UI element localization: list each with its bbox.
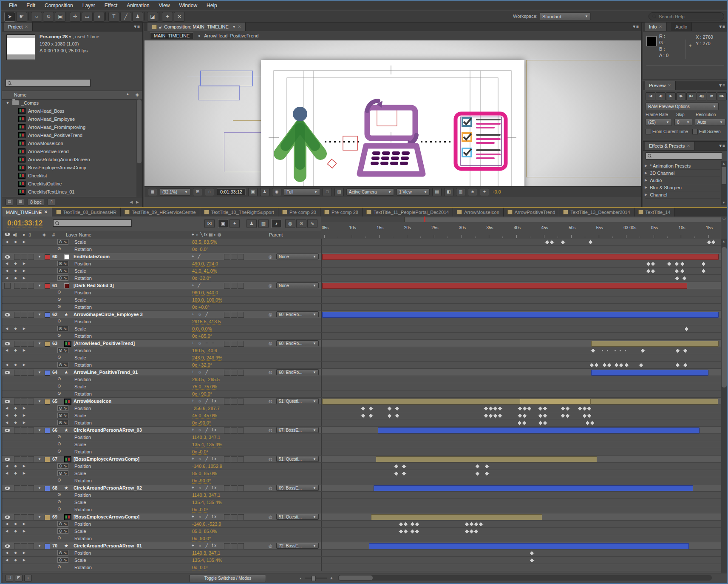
property-name[interactable]: Position — [74, 377, 91, 382]
disclosure-icon[interactable]: ▼ — [38, 370, 41, 374]
property-name[interactable]: Rotation — [74, 420, 92, 425]
zoom-in-icon[interactable]: ▲ — [329, 575, 334, 580]
property-name[interactable]: Scale — [74, 471, 86, 476]
keyframe-icon[interactable] — [368, 413, 374, 419]
keyframe-icon[interactable] — [394, 406, 400, 411]
keyframe-icon[interactable] — [497, 413, 503, 419]
sort-arrow-icon[interactable]: ▲ — [126, 92, 130, 96]
parent-dropdown[interactable]: 60. EndRo...▼ — [276, 369, 319, 375]
effects-category-row[interactable]: ▶Audio — [645, 177, 720, 184]
pickwhip-icon[interactable]: ◎ — [269, 399, 272, 404]
menu-help[interactable]: Help — [203, 2, 221, 9]
property-value[interactable]: 100.0, 100.0% — [192, 297, 222, 303]
stopwatch-icon[interactable]: ⊙ ∿ — [57, 550, 68, 556]
eye-icon[interactable] — [5, 400, 10, 403]
effects-category-row[interactable]: ▶Blur & Sharpen — [645, 184, 720, 191]
region-of-interest-icon[interactable]: □ — [323, 188, 332, 196]
roving-keyframe-dot[interactable] — [615, 350, 616, 351]
property-name[interactable]: Scale — [74, 442, 86, 447]
keyframe-icon[interactable] — [565, 406, 570, 411]
panel-menu-icon[interactable]: ▼≡ — [718, 83, 725, 88]
effects-category-row[interactable]: ▶* Animation Presets — [645, 162, 720, 170]
keyframe-icon[interactable] — [666, 261, 672, 267]
eye-icon[interactable] — [5, 371, 10, 374]
draft-3d-icon[interactable]: ✦ — [229, 219, 240, 228]
label-color-chip[interactable] — [45, 341, 50, 347]
stopwatch-icon[interactable]: ⊙ ∿ — [57, 413, 68, 418]
switch-box[interactable] — [238, 370, 244, 376]
stopwatch-icon[interactable]: ⊙ — [57, 246, 61, 251]
breadcrumb-arrow-icon[interactable]: ◄ — [197, 34, 201, 38]
scroll-right-icon[interactable]: ▶ — [136, 200, 139, 204]
property-value[interactable]: 135.4, 135.4% — [192, 500, 222, 505]
switch-box[interactable] — [224, 283, 230, 289]
keyframe-icon[interactable] — [475, 464, 480, 469]
stopwatch-icon[interactable]: ⊙ — [57, 391, 61, 396]
property-name[interactable]: Rotation — [74, 247, 92, 252]
zoom-out-icon[interactable]: ▴ — [300, 576, 301, 580]
keyframe-icon[interactable] — [478, 521, 484, 527]
project-column-header[interactable]: Name ▲ ◈ — [2, 91, 142, 100]
property-name[interactable]: Position — [74, 406, 91, 411]
disclosure-icon[interactable]: ▶ — [645, 171, 647, 175]
property-value[interactable]: -256.6, 287.7 — [192, 406, 220, 411]
property-value[interactable]: 0x -0.0° — [192, 565, 208, 570]
eye-icon[interactable] — [5, 458, 10, 461]
layer-name[interactable]: ArrowLine_PositiveTrend_01 — [74, 370, 138, 375]
time-ruler[interactable]: 05s10s15s20s25s30s35s40s45s50s55s03:00s0… — [321, 222, 722, 239]
disclosure-icon[interactable]: ▼ — [38, 313, 41, 316]
switch-box[interactable] — [238, 399, 244, 405]
pixel-aspect-icon[interactable]: ▤ — [432, 188, 442, 196]
timeline-vertical-scrollbar[interactable]: ▲ — [721, 239, 727, 573]
pickwhip-icon[interactable]: ◎ — [269, 254, 272, 259]
property-value[interactable]: 243.9, 243.9% — [192, 355, 222, 361]
parent-column-label[interactable]: Parent — [269, 232, 283, 237]
layer-duration-bar[interactable] — [591, 341, 719, 347]
parent-dropdown[interactable]: 67. BossE...▼ — [276, 427, 319, 433]
keyframe-icon[interactable] — [684, 326, 689, 332]
keyframe-icon[interactable] — [683, 348, 688, 353]
workspace-dropdown[interactable]: Standard▼ — [540, 12, 591, 20]
disclosure-icon[interactable]: ▶ — [645, 185, 647, 189]
property-value[interactable]: 0x -32.0° — [192, 276, 211, 281]
property-value[interactable]: 85.0, 85.0% — [192, 471, 217, 476]
eye-icon[interactable] — [5, 487, 10, 490]
property-name[interactable]: Scale — [74, 413, 86, 418]
disclosure-icon[interactable]: ▼ — [38, 544, 41, 548]
breadcrumb-main[interactable]: MAIN_TIMELINE — [150, 32, 193, 39]
keyframe-icon[interactable] — [701, 268, 706, 274]
timeline-tab-TextTitle_09_HRServiceCentre[interactable]: TextTitle_09_HRServiceCentre — [121, 208, 200, 217]
close-icon[interactable]: ✕ — [44, 209, 48, 215]
pickwhip-icon[interactable]: ◎ — [269, 370, 272, 375]
keyframe-navigator[interactable]: ◀ ◆ ▶ — [6, 276, 28, 280]
solo-box[interactable] — [21, 456, 27, 462]
pickwhip-icon[interactable]: ◎ — [269, 515, 272, 519]
stopwatch-icon[interactable]: ⊙ — [57, 304, 61, 309]
keyframe-icon[interactable] — [414, 529, 420, 534]
solo-box[interactable] — [21, 543, 27, 549]
property-value[interactable]: 0x +0.0° — [192, 305, 210, 310]
switch-box[interactable] — [231, 283, 237, 289]
viewer-timecode[interactable]: 0:01:33:12 — [217, 188, 246, 195]
panel-menu-icon[interactable]: ▼≡ — [718, 24, 725, 29]
stopwatch-icon[interactable]: ⊙ — [57, 564, 61, 569]
property-value[interactable]: 135.4, 135.4% — [192, 558, 222, 563]
disclosure-icon[interactable]: ▼ — [38, 255, 41, 259]
label-color-chip[interactable] — [45, 428, 50, 433]
effects-category-row[interactable]: ▶3D Channel — [645, 169, 720, 177]
motion-blur-toggle-icon[interactable]: ◩ — [15, 575, 23, 581]
label-color-chip[interactable] — [45, 544, 50, 549]
stopwatch-icon[interactable]: ⊙ — [57, 297, 61, 302]
project-item-row[interactable]: BossEmployeeArrowsComp — [2, 163, 136, 171]
property-value[interactable]: 0x -0.0° — [192, 449, 208, 455]
menu-layer[interactable]: Layer — [79, 2, 99, 9]
layer-name[interactable]: CircleAroundPersonARrow_03 — [74, 427, 142, 433]
solo-box[interactable] — [21, 341, 27, 347]
auto-keyframe-icon[interactable]: ⊙ — [296, 219, 306, 228]
keyframe-icon[interactable] — [586, 413, 592, 419]
property-name[interactable]: Scale — [74, 239, 86, 245]
layer-duration-bar[interactable] — [376, 456, 597, 462]
stopwatch-icon[interactable]: ⊙ — [57, 290, 61, 294]
new-folder-icon[interactable]: ▦ — [17, 199, 24, 205]
keyframe-icon[interactable] — [522, 413, 527, 419]
